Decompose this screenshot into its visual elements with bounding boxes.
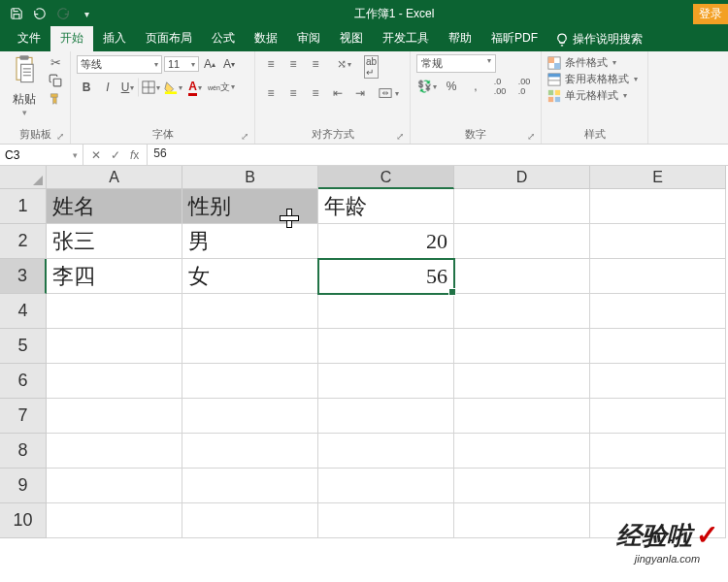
row-header-7[interactable]: 7 bbox=[0, 399, 47, 434]
enter-icon[interactable]: ✓ bbox=[111, 148, 120, 162]
row-header-9[interactable]: 9 bbox=[0, 469, 47, 503]
cell-E6[interactable] bbox=[590, 364, 726, 399]
save-icon[interactable] bbox=[8, 4, 25, 23]
qat-customize-icon[interactable]: ▾ bbox=[78, 4, 95, 23]
font-size-combo[interactable]: 11▾ bbox=[164, 56, 199, 72]
dialog-launcher-icon[interactable]: ⤢ bbox=[241, 131, 248, 142]
cell-styles-button[interactable]: 单元格样式▾ bbox=[547, 87, 642, 104]
cell-C10[interactable] bbox=[318, 503, 454, 538]
merge-button[interactable]: ▾ bbox=[377, 83, 401, 103]
align-center-icon[interactable]: ≡ bbox=[283, 83, 303, 103]
accounting-format-icon[interactable]: 💱▾ bbox=[416, 77, 438, 96]
paste-button[interactable]: 粘贴 ▾ bbox=[6, 54, 43, 117]
orientation-icon[interactable]: ⤭▾ bbox=[334, 54, 353, 74]
tab-home[interactable]: 开始 bbox=[50, 26, 93, 51]
decrease-font-icon[interactable]: A▾ bbox=[220, 54, 238, 74]
dialog-launcher-icon[interactable]: ⤢ bbox=[527, 131, 535, 142]
tell-me[interactable]: 操作说明搜索 bbox=[547, 27, 650, 51]
row-header-3[interactable]: 3 bbox=[0, 259, 47, 294]
col-header-A[interactable]: A bbox=[47, 166, 182, 189]
cell-E1[interactable] bbox=[590, 189, 726, 224]
cell-E5[interactable] bbox=[590, 329, 726, 364]
tab-insert[interactable]: 插入 bbox=[93, 26, 136, 51]
col-header-B[interactable]: B bbox=[182, 166, 318, 189]
tab-data[interactable]: 数据 bbox=[245, 26, 287, 51]
cell-A4[interactable] bbox=[47, 294, 182, 329]
copy-icon[interactable] bbox=[47, 73, 64, 88]
percent-format-icon[interactable]: % bbox=[441, 77, 462, 96]
number-format-combo[interactable]: 常规▾ bbox=[416, 54, 496, 73]
cell-C2[interactable]: 20 bbox=[318, 224, 454, 259]
cell-C7[interactable] bbox=[318, 399, 454, 434]
cell-B9[interactable] bbox=[182, 469, 318, 503]
cell-A8[interactable] bbox=[47, 434, 182, 469]
border-button[interactable]: ▾ bbox=[141, 78, 161, 97]
align-top-icon[interactable]: ≡ bbox=[261, 54, 281, 74]
cell-A2[interactable]: 张三 bbox=[47, 224, 182, 259]
tab-layout[interactable]: 页面布局 bbox=[136, 26, 202, 51]
increase-font-icon[interactable]: A▴ bbox=[201, 54, 218, 74]
align-middle-icon[interactable]: ≡ bbox=[283, 54, 303, 74]
comma-format-icon[interactable]: , bbox=[465, 77, 486, 96]
tab-formulas[interactable]: 公式 bbox=[202, 26, 245, 51]
cell-C3[interactable]: 56 bbox=[318, 259, 454, 294]
underline-button[interactable]: U▾ bbox=[119, 78, 139, 97]
col-header-D[interactable]: D bbox=[454, 166, 590, 189]
align-right-icon[interactable]: ≡ bbox=[306, 83, 325, 103]
cell-E9[interactable] bbox=[590, 469, 726, 503]
increase-indent-icon[interactable]: ⇥ bbox=[350, 83, 370, 103]
cell-D2[interactable] bbox=[454, 224, 590, 259]
cell-E7[interactable] bbox=[590, 399, 726, 434]
cut-icon[interactable]: ✂ bbox=[47, 54, 64, 70]
redo-icon[interactable] bbox=[54, 4, 72, 23]
cell-D10[interactable] bbox=[454, 503, 590, 538]
decrease-indent-icon[interactable]: ⇤ bbox=[328, 83, 347, 103]
row-header-5[interactable]: 5 bbox=[0, 329, 47, 364]
cell-B5[interactable] bbox=[182, 329, 318, 364]
wrap-text-button[interactable]: ab↵ bbox=[362, 54, 381, 80]
cell-B8[interactable] bbox=[182, 434, 318, 469]
dialog-launcher-icon[interactable]: ⤢ bbox=[56, 131, 64, 142]
fx-icon[interactable]: fx bbox=[130, 148, 139, 162]
cell-E8[interactable] bbox=[590, 434, 726, 469]
cell-A10[interactable] bbox=[47, 503, 182, 538]
italic-button[interactable]: I bbox=[98, 78, 117, 97]
name-box[interactable]: C3▾ bbox=[0, 145, 83, 165]
tab-review[interactable]: 审阅 bbox=[287, 26, 330, 51]
row-header-1[interactable]: 1 bbox=[0, 189, 47, 224]
cell-D9[interactable] bbox=[454, 469, 590, 503]
col-header-C[interactable]: C bbox=[318, 166, 454, 189]
cell-E3[interactable] bbox=[590, 259, 726, 294]
cell-D1[interactable] bbox=[454, 189, 590, 224]
cell-C9[interactable] bbox=[318, 469, 454, 503]
cell-C8[interactable] bbox=[318, 434, 454, 469]
select-all-corner[interactable] bbox=[0, 166, 47, 189]
row-header-4[interactable]: 4 bbox=[0, 294, 47, 329]
undo-icon[interactable] bbox=[31, 4, 49, 23]
align-bottom-icon[interactable]: ≡ bbox=[306, 54, 325, 74]
cell-B6[interactable] bbox=[182, 364, 318, 399]
cell-A9[interactable] bbox=[47, 469, 182, 503]
cell-A1[interactable]: 姓名 bbox=[47, 189, 182, 224]
cell-A6[interactable] bbox=[47, 364, 182, 399]
cell-B2[interactable]: 男 bbox=[182, 224, 318, 259]
cell-A5[interactable] bbox=[47, 329, 182, 364]
phonetic-button[interactable]: wén文▾ bbox=[207, 78, 236, 97]
decrease-decimal-icon[interactable]: .00.0 bbox=[513, 77, 535, 96]
tab-developer[interactable]: 开发工具 bbox=[373, 26, 439, 51]
cell-D5[interactable] bbox=[454, 329, 590, 364]
cell-E2[interactable] bbox=[590, 224, 726, 259]
tab-help[interactable]: 帮助 bbox=[439, 26, 481, 51]
cell-D3[interactable] bbox=[454, 259, 590, 294]
cell-B1[interactable]: 性别 bbox=[182, 189, 318, 224]
cell-A7[interactable] bbox=[47, 399, 182, 434]
row-header-6[interactable]: 6 bbox=[0, 364, 47, 399]
tab-file[interactable]: 文件 bbox=[8, 26, 50, 51]
cell-D8[interactable] bbox=[454, 434, 590, 469]
cell-E4[interactable] bbox=[590, 294, 726, 329]
row-header-2[interactable]: 2 bbox=[0, 224, 47, 259]
col-header-E[interactable]: E bbox=[590, 166, 726, 189]
cell-C4[interactable] bbox=[318, 294, 454, 329]
cell-B4[interactable] bbox=[182, 294, 318, 329]
cell-C6[interactable] bbox=[318, 364, 454, 399]
